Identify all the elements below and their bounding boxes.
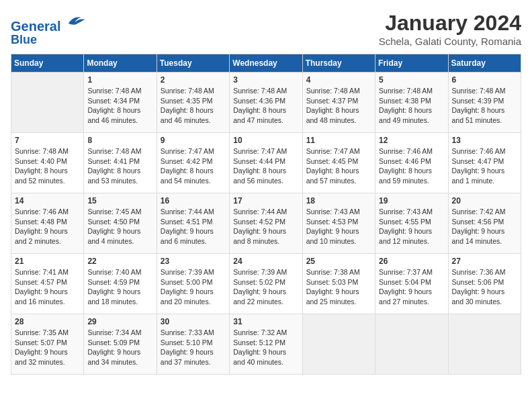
day-info: Sunrise: 7:46 AMSunset: 4:47 PMDaylight:…	[452, 146, 517, 186]
day-number: 4	[306, 75, 371, 85]
calendar-cell: 24Sunrise: 7:39 AMSunset: 5:02 PMDayligh…	[230, 254, 302, 314]
calendar-cell: 23Sunrise: 7:39 AMSunset: 5:00 PMDayligh…	[157, 254, 229, 314]
day-number: 17	[233, 196, 298, 205]
calendar-cell: 25Sunrise: 7:38 AMSunset: 5:03 PMDayligh…	[302, 254, 375, 314]
calendar-cell: 5Sunrise: 7:48 AMSunset: 4:38 PMDaylight…	[375, 73, 448, 133]
logo: General Blue	[11, 11, 86, 47]
day-info: Sunrise: 7:45 AMSunset: 4:50 PMDaylight:…	[87, 207, 152, 246]
weekday-header-friday: Friday	[375, 54, 448, 73]
day-number: 28	[15, 317, 80, 326]
day-number: 21	[15, 257, 80, 266]
calendar-cell: 3Sunrise: 7:48 AMSunset: 4:36 PMDaylight…	[230, 73, 302, 133]
calendar-cell: 6Sunrise: 7:48 AMSunset: 4:39 PMDaylight…	[448, 73, 521, 133]
day-info: Sunrise: 7:47 AMSunset: 4:44 PMDaylight:…	[233, 146, 298, 186]
day-number: 18	[306, 196, 371, 205]
week-row-4: 21Sunrise: 7:41 AMSunset: 4:57 PMDayligh…	[11, 254, 521, 314]
calendar-cell: 2Sunrise: 7:48 AMSunset: 4:35 PMDaylight…	[157, 73, 229, 133]
calendar-table: SundayMondayTuesdayWednesdayThursdayFrid…	[11, 54, 521, 375]
weekday-header-tuesday: Tuesday	[157, 54, 229, 73]
day-info: Sunrise: 7:43 AMSunset: 4:53 PMDaylight:…	[306, 207, 371, 246]
day-number: 5	[379, 75, 444, 85]
day-info: Sunrise: 7:44 AMSunset: 4:52 PMDaylight:…	[233, 207, 298, 246]
day-info: Sunrise: 7:32 AMSunset: 5:12 PMDaylight:…	[233, 328, 298, 367]
logo-blue: Blue	[11, 34, 86, 47]
day-info: Sunrise: 7:48 AMSunset: 4:38 PMDaylight:…	[379, 86, 444, 126]
page-header: General Blue January 2024 Schela, Galati…	[11, 11, 521, 47]
calendar-cell: 1Sunrise: 7:48 AMSunset: 4:34 PMDaylight…	[84, 73, 157, 133]
calendar-cell: 31Sunrise: 7:32 AMSunset: 5:12 PMDayligh…	[230, 314, 302, 375]
day-info: Sunrise: 7:48 AMSunset: 4:34 PMDaylight:…	[87, 86, 152, 126]
day-info: Sunrise: 7:48 AMSunset: 4:40 PMDaylight:…	[15, 146, 80, 186]
day-number: 2	[161, 75, 226, 85]
weekday-header-monday: Monday	[84, 54, 157, 73]
weekday-header-thursday: Thursday	[302, 54, 375, 73]
week-row-5: 28Sunrise: 7:35 AMSunset: 5:07 PMDayligh…	[11, 314, 521, 375]
calendar-cell: 21Sunrise: 7:41 AMSunset: 4:57 PMDayligh…	[11, 254, 84, 314]
day-number: 29	[87, 317, 152, 326]
day-number: 25	[306, 257, 371, 266]
week-row-1: 1Sunrise: 7:48 AMSunset: 4:34 PMDaylight…	[11, 73, 521, 133]
calendar-cell: 20Sunrise: 7:42 AMSunset: 4:56 PMDayligh…	[448, 193, 521, 254]
day-info: Sunrise: 7:34 AMSunset: 5:09 PMDaylight:…	[87, 328, 152, 367]
day-number: 1	[87, 75, 152, 85]
day-info: Sunrise: 7:48 AMSunset: 4:39 PMDaylight:…	[452, 86, 517, 126]
day-info: Sunrise: 7:43 AMSunset: 4:55 PMDaylight:…	[379, 207, 444, 246]
day-number: 15	[87, 196, 152, 205]
day-info: Sunrise: 7:48 AMSunset: 4:41 PMDaylight:…	[87, 146, 152, 186]
day-info: Sunrise: 7:41 AMSunset: 4:57 PMDaylight:…	[15, 267, 80, 307]
day-number: 19	[379, 196, 444, 205]
day-number: 14	[15, 196, 80, 205]
day-info: Sunrise: 7:48 AMSunset: 4:36 PMDaylight:…	[233, 86, 298, 126]
logo-bird-icon	[66, 11, 86, 31]
day-number: 26	[379, 257, 444, 266]
day-info: Sunrise: 7:47 AMSunset: 4:45 PMDaylight:…	[306, 146, 371, 186]
day-number: 7	[15, 136, 80, 145]
day-number: 12	[379, 136, 444, 145]
day-info: Sunrise: 7:39 AMSunset: 5:00 PMDaylight:…	[161, 267, 226, 307]
calendar-cell: 26Sunrise: 7:37 AMSunset: 5:04 PMDayligh…	[375, 254, 448, 314]
day-info: Sunrise: 7:39 AMSunset: 5:02 PMDaylight:…	[233, 267, 298, 307]
calendar-cell	[375, 314, 448, 375]
weekday-header-wednesday: Wednesday	[230, 54, 302, 73]
month-title: January 2024	[379, 11, 521, 36]
logo-general: General	[11, 19, 60, 34]
calendar-cell: 13Sunrise: 7:46 AMSunset: 4:47 PMDayligh…	[448, 133, 521, 193]
calendar-cell: 8Sunrise: 7:48 AMSunset: 4:41 PMDaylight…	[84, 133, 157, 193]
day-info: Sunrise: 7:44 AMSunset: 4:51 PMDaylight:…	[161, 207, 226, 246]
calendar-cell	[302, 314, 375, 375]
day-number: 8	[87, 136, 152, 145]
day-info: Sunrise: 7:37 AMSunset: 5:04 PMDaylight:…	[379, 267, 444, 307]
calendar-body: 1Sunrise: 7:48 AMSunset: 4:34 PMDaylight…	[11, 73, 521, 375]
calendar-cell: 17Sunrise: 7:44 AMSunset: 4:52 PMDayligh…	[230, 193, 302, 254]
day-number: 9	[161, 136, 226, 145]
calendar-cell	[448, 314, 521, 375]
day-number: 22	[87, 257, 152, 266]
day-info: Sunrise: 7:48 AMSunset: 4:37 PMDaylight:…	[306, 86, 371, 126]
calendar-cell: 22Sunrise: 7:40 AMSunset: 4:59 PMDayligh…	[84, 254, 157, 314]
day-number: 3	[233, 75, 298, 85]
title-block: January 2024 Schela, Galati County, Roma…	[379, 11, 521, 47]
calendar-cell: 12Sunrise: 7:46 AMSunset: 4:46 PMDayligh…	[375, 133, 448, 193]
calendar-cell: 15Sunrise: 7:45 AMSunset: 4:50 PMDayligh…	[84, 193, 157, 254]
calendar-cell: 29Sunrise: 7:34 AMSunset: 5:09 PMDayligh…	[84, 314, 157, 375]
day-info: Sunrise: 7:33 AMSunset: 5:10 PMDaylight:…	[161, 328, 226, 367]
calendar-cell: 30Sunrise: 7:33 AMSunset: 5:10 PMDayligh…	[157, 314, 229, 375]
day-info: Sunrise: 7:35 AMSunset: 5:07 PMDaylight:…	[15, 328, 80, 367]
weekday-header-row: SundayMondayTuesdayWednesdayThursdayFrid…	[11, 54, 521, 73]
calendar-cell: 9Sunrise: 7:47 AMSunset: 4:42 PMDaylight…	[157, 133, 229, 193]
week-row-2: 7Sunrise: 7:48 AMSunset: 4:40 PMDaylight…	[11, 133, 521, 193]
day-number: 30	[161, 317, 226, 326]
day-number: 6	[452, 75, 517, 85]
day-number: 10	[233, 136, 298, 145]
calendar-cell: 16Sunrise: 7:44 AMSunset: 4:51 PMDayligh…	[157, 193, 229, 254]
calendar-cell: 10Sunrise: 7:47 AMSunset: 4:44 PMDayligh…	[230, 133, 302, 193]
day-number: 13	[452, 136, 517, 145]
weekday-header-saturday: Saturday	[448, 54, 521, 73]
day-info: Sunrise: 7:36 AMSunset: 5:06 PMDaylight:…	[452, 267, 517, 307]
day-info: Sunrise: 7:38 AMSunset: 5:03 PMDaylight:…	[306, 267, 371, 307]
location-title: Schela, Galati County, Romania	[379, 36, 521, 47]
weekday-header-sunday: Sunday	[11, 54, 84, 73]
day-info: Sunrise: 7:46 AMSunset: 4:48 PMDaylight:…	[15, 207, 80, 246]
logo-text: General	[11, 11, 86, 34]
calendar-cell: 4Sunrise: 7:48 AMSunset: 4:37 PMDaylight…	[302, 73, 375, 133]
